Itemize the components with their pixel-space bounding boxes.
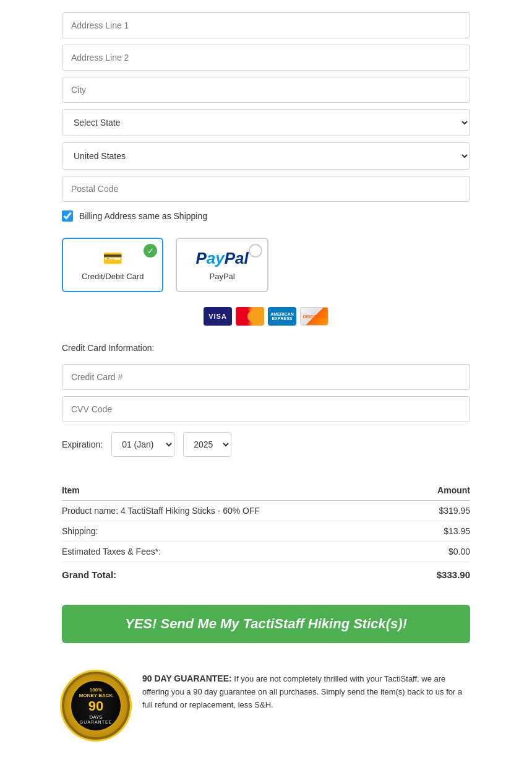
expiration-label: Expiration: bbox=[62, 439, 103, 449]
mc-right-circle bbox=[247, 310, 260, 323]
badge-money-back: MONEY BACK bbox=[79, 693, 113, 698]
billing-same-row: Billing Address same as Shipping bbox=[62, 210, 470, 222]
paypal-option[interactable]: PayPal PayPal bbox=[176, 238, 268, 292]
guarantee-section: 100% MONEY BACK 90 DAYS GUARANTEE 90 DAY… bbox=[62, 672, 470, 752]
cvv-input[interactable] bbox=[62, 396, 470, 422]
product-name-cell: Product name: 4 TactiStaff Hiking Sticks… bbox=[62, 501, 411, 521]
mastercard-logo bbox=[236, 307, 264, 326]
payment-methods: ✓ 💳 Credit/Debit Card PayPal PayPal bbox=[62, 238, 470, 292]
country-select[interactable]: United States Canada United Kingdom bbox=[62, 142, 470, 170]
expiration-row: Expiration: 01 (Jan) 02 (Feb) 03 (Mar) 0… bbox=[62, 432, 470, 457]
visa-logo: VISA bbox=[204, 307, 232, 326]
badge-outer-ring: 100% MONEY BACK 90 DAYS GUARANTEE bbox=[62, 672, 130, 740]
radio-circle-icon bbox=[249, 244, 262, 258]
discover-logo: DISCOVER bbox=[300, 307, 328, 326]
address-line1-input[interactable] bbox=[62, 12, 470, 38]
badge-days-label: DAYS bbox=[89, 714, 102, 720]
exp-year-select[interactable]: 2025 2026 2027 2028 2029 2030 bbox=[183, 432, 231, 457]
paypal-icon: PayPal bbox=[195, 249, 248, 268]
badge-days: 90 bbox=[88, 698, 103, 714]
postal-code-input[interactable] bbox=[62, 176, 470, 202]
table-row: Product name: 4 TactiStaff Hiking Sticks… bbox=[62, 501, 470, 521]
billing-same-label: Billing Address same as Shipping bbox=[79, 211, 207, 221]
card-logos-row: VISA AMERICANEXPRESS DISCOVER bbox=[62, 307, 470, 326]
taxes-label-cell: Estimated Taxes & Fees*: bbox=[62, 542, 411, 562]
cc-info-label: Credit Card Information: bbox=[62, 343, 470, 353]
col-item-header: Item bbox=[62, 480, 411, 501]
submit-order-button[interactable]: YES! Send Me My TactiStaff Hiking Stick(… bbox=[62, 605, 470, 643]
guarantee-text-block: 90 DAY GUARANTEE: If you are not complet… bbox=[142, 672, 470, 711]
amex-logo: AMERICANEXPRESS bbox=[268, 307, 296, 326]
badge-pct: 100% bbox=[90, 687, 102, 693]
col-amount-header: Amount bbox=[411, 480, 470, 501]
guarantee-badge: 100% MONEY BACK 90 DAYS GUARANTEE bbox=[62, 672, 130, 740]
grand-total-label-cell: Grand Total: bbox=[62, 562, 411, 586]
shipping-price-cell: $13.95 bbox=[411, 521, 470, 542]
credit-card-icon: 💳 bbox=[103, 249, 122, 268]
table-row: Shipping: $13.95 bbox=[62, 521, 470, 542]
table-row: Estimated Taxes & Fees*: $0.00 bbox=[62, 542, 470, 562]
credit-debit-label: Credit/Debit Card bbox=[82, 272, 144, 281]
product-price-cell: $319.95 bbox=[411, 501, 470, 521]
checkout-form: Select State Alabama Alaska Arizona Cali… bbox=[62, 12, 470, 752]
state-select[interactable]: Select State Alabama Alaska Arizona Cali… bbox=[62, 109, 470, 136]
badge-guarantee-word: GUARANTEE bbox=[80, 720, 113, 724]
credit-debit-option[interactable]: ✓ 💳 Credit/Debit Card bbox=[62, 238, 163, 292]
cc-number-input[interactable] bbox=[62, 364, 470, 390]
selected-check-icon: ✓ bbox=[144, 244, 157, 258]
city-input[interactable] bbox=[62, 77, 470, 103]
shipping-label-cell: Shipping: bbox=[62, 521, 411, 542]
paypal-label: PayPal bbox=[209, 272, 234, 281]
guarantee-title: 90 DAY GUARANTEE: bbox=[142, 673, 232, 683]
mastercard-circles bbox=[240, 310, 260, 323]
address-line2-input[interactable] bbox=[62, 45, 470, 71]
grand-total-row: Grand Total: $333.90 bbox=[62, 562, 470, 586]
taxes-price-cell: $0.00 bbox=[411, 542, 470, 562]
billing-same-checkbox[interactable] bbox=[62, 210, 73, 222]
order-summary-table: Item Amount Product name: 4 TactiStaff H… bbox=[62, 480, 470, 585]
exp-month-select[interactable]: 01 (Jan) 02 (Feb) 03 (Mar) 04 (Apr) 05 (… bbox=[111, 432, 174, 457]
grand-total-price-cell: $333.90 bbox=[411, 562, 470, 586]
badge-inner-circle: 100% MONEY BACK 90 DAYS GUARANTEE bbox=[71, 681, 121, 730]
